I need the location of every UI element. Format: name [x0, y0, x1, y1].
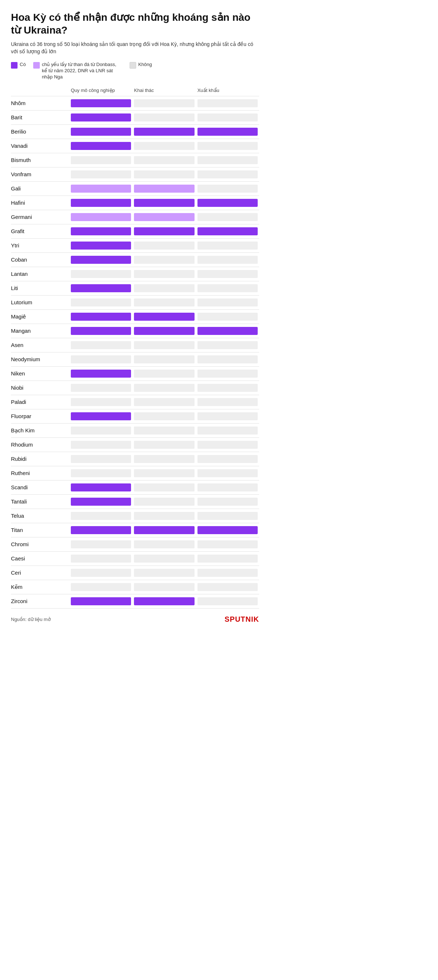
table-row: Neodymium: [11, 352, 259, 366]
bar-cell: [132, 395, 196, 409]
bar-bg: [197, 256, 258, 264]
bar-cell: [69, 409, 132, 423]
bar-fill: [71, 256, 131, 264]
bar-cell: [69, 480, 132, 495]
table-row: Ytri: [11, 238, 259, 253]
bar-fill: [134, 227, 194, 235]
bar-bg: [197, 426, 258, 434]
table-row: Lutorium: [11, 295, 259, 309]
page-title: Hoa Kỳ có thể nhận được những khoáng sản…: [11, 11, 259, 37]
bar-bg: [71, 498, 131, 506]
bar-cell: [196, 352, 259, 366]
bar-bg: [134, 185, 194, 192]
bar-bg: [134, 170, 194, 178]
row-label: Lutorium: [11, 297, 69, 307]
row-label: Barit: [11, 112, 69, 123]
row-label: Magiê: [11, 311, 69, 322]
bar-fill: [134, 199, 194, 207]
bar-cell: [69, 281, 132, 295]
row-label: Neodymium: [11, 354, 69, 364]
bar-bg: [134, 341, 194, 349]
row-label: Bạch Kim: [11, 425, 69, 436]
row-label: Niobi: [11, 382, 69, 393]
bar-bg: [134, 597, 194, 605]
bar-cell: [196, 381, 259, 395]
bar-cell: [132, 538, 196, 551]
bar-bg: [134, 512, 194, 520]
bar-cell: [132, 409, 196, 423]
bar-cell: [196, 480, 259, 495]
bar-cell: [69, 324, 132, 338]
row-label: Germani: [11, 212, 69, 222]
bar-bg: [71, 99, 131, 107]
bar-bg: [71, 583, 131, 591]
bar-bg: [134, 213, 194, 221]
bar-fill: [71, 99, 131, 107]
bar-cell: [196, 182, 259, 196]
legend-co-note-swatch: [33, 62, 40, 68]
bar-cell: [132, 139, 196, 153]
bar-bg: [197, 213, 258, 221]
table-row: Nhôm: [11, 96, 259, 110]
bar-bg: [71, 569, 131, 577]
bar-cell: [132, 352, 196, 366]
bar-bg: [71, 313, 131, 321]
bar-cell: [196, 253, 259, 267]
chart-header: Quy mô công nghiệp Khai thác Xuất khẩu: [11, 88, 259, 94]
bar-cell: [69, 224, 132, 238]
bar-bg: [197, 355, 258, 363]
table-row: Vanadi: [11, 138, 259, 153]
bar-cell: [132, 167, 196, 181]
table-row: Scandi: [11, 480, 259, 495]
row-label: Hafini: [11, 197, 69, 208]
bar-cell: [69, 111, 132, 124]
row-label: Vanadi: [11, 140, 69, 151]
table-row: Ceri: [11, 566, 259, 580]
bar-cell: [196, 267, 259, 281]
bar-cell: [196, 538, 259, 551]
bar-cell: [132, 580, 196, 594]
row-label: Nhôm: [11, 98, 69, 108]
bar-bg: [134, 284, 194, 292]
bar-cell: [132, 509, 196, 523]
legend-khong-label: Không: [139, 62, 152, 68]
bar-bg: [197, 398, 258, 406]
bar-fill: [134, 213, 194, 221]
table-row: Mangan: [11, 324, 259, 338]
row-label: Liti: [11, 283, 69, 293]
bar-cell: [196, 495, 259, 509]
bar-cell: [196, 580, 259, 594]
bar-bg: [71, 156, 131, 164]
bar-bg: [134, 484, 194, 492]
bar-cell: [69, 438, 132, 452]
bar-bg: [71, 412, 131, 420]
row-label: Paladi: [11, 396, 69, 407]
bar-bg: [197, 170, 258, 178]
bar-bg: [71, 484, 131, 492]
bar-cell: [196, 310, 259, 324]
bar-fill: [71, 185, 131, 192]
row-label: Ceri: [11, 567, 69, 578]
bar-cell: [69, 167, 132, 181]
row-label: Tantali: [11, 496, 69, 507]
bar-bg: [71, 526, 131, 534]
bar-bg: [197, 540, 258, 548]
bar-bg: [71, 384, 131, 392]
bar-bg: [134, 555, 194, 563]
bar-fill: [71, 199, 131, 207]
bar-bg: [134, 583, 194, 591]
bar-bg: [134, 526, 194, 534]
row-label: Berilio: [11, 126, 69, 137]
bar-cell: [196, 409, 259, 423]
bar-fill: [71, 327, 131, 335]
bar-cell: [196, 466, 259, 480]
bar-cell: [196, 395, 259, 409]
bar-bg: [197, 128, 258, 136]
bar-bg: [197, 142, 258, 150]
row-label: Niken: [11, 368, 69, 379]
table-row: Telua: [11, 509, 259, 523]
bar-bg: [197, 270, 258, 278]
bar-bg: [197, 526, 258, 534]
bar-bg: [71, 170, 131, 178]
bar-bg: [134, 270, 194, 278]
